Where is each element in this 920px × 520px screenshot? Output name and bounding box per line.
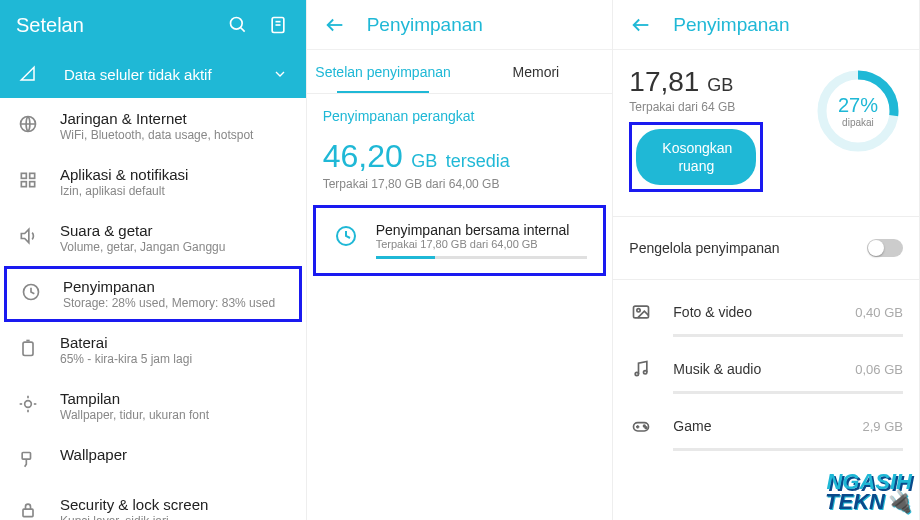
svg-marker-10 [21, 229, 28, 242]
svg-rect-6 [21, 173, 26, 178]
item-sub: Izin, aplikasi default [60, 184, 188, 198]
cat-label: Game [673, 418, 862, 434]
watermark-line2: TEKN [825, 489, 885, 514]
sidebar-item-display[interactable]: TampilanWallpaper, tidur, ukuran font [0, 378, 306, 434]
sidebar-item-battery[interactable]: Baterai65% - kira-kira 5 jam lagi [0, 322, 306, 378]
used-unit: GB [707, 75, 733, 95]
item-label: Jaringan & Internet [60, 110, 253, 127]
cat-size: 0,40 GB [855, 305, 903, 320]
paint-icon [16, 448, 40, 472]
cellular-banner[interactable]: Data seluler tidak aktif [0, 50, 306, 98]
item-label: Aplikasi & notifikasi [60, 166, 188, 183]
svg-point-14 [25, 401, 32, 408]
svg-point-30 [644, 371, 647, 374]
free-space-highlight: Kosongkanruang [629, 122, 763, 192]
signal-icon [16, 65, 40, 83]
svg-rect-12 [23, 342, 33, 355]
storage-free-number: 46,20 [323, 138, 403, 174]
free-space-button[interactable]: Kosongkanruang [636, 129, 756, 185]
back-icon[interactable] [629, 14, 653, 36]
storage-panel: Penyimpanan Setelan penyimpanan Memori P… [307, 0, 614, 520]
storage-used-sub: Terpakai 17,80 GB dari 64,00 GB [323, 177, 597, 191]
cat-bar [673, 334, 903, 337]
manager-label: Pengelola penyimpanan [629, 240, 867, 256]
category-game[interactable]: Game 2,9 GB [613, 402, 919, 442]
svg-point-28 [637, 309, 640, 312]
item-sub: Kunci layar, sidik jari [60, 514, 208, 520]
item-label: Penyimpanan [63, 278, 275, 295]
sidebar-item-network[interactable]: Jaringan & InternetWiFi, Bluetooth, data… [0, 98, 306, 154]
item-sub: Wallpaper, tidur, ukuran font [60, 408, 209, 422]
cat-size: 2,9 GB [863, 419, 903, 434]
lock-icon [16, 498, 40, 520]
search-icon[interactable] [226, 13, 250, 37]
storage-detail-panel: Penyimpanan 17,81 GB Terpakai dari 64 GB… [613, 0, 920, 520]
sidebar-item-sound[interactable]: Suara & getarVolume, getar, Jangan Gangg… [0, 210, 306, 266]
item-label: Suara & getar [60, 222, 225, 239]
game-icon [629, 414, 653, 438]
item-sub: WiFi, Bluetooth, data usage, hotspot [60, 128, 253, 142]
volume-icon [16, 224, 40, 248]
storage-header: Penyimpanan [307, 0, 613, 50]
settings-panel: Setelan Data seluler tidak aktif Jaringa… [0, 0, 307, 520]
item-label: Baterai [60, 334, 192, 351]
section-device-storage: Penyimpanan perangkat [307, 94, 613, 130]
used-number: 17,81 [629, 66, 699, 97]
apps-icon [16, 168, 40, 192]
ring-percent: 27% [838, 94, 878, 117]
internal-sub: Terpakai 17,80 GB dari 64,00 GB [376, 238, 588, 250]
back-icon[interactable] [323, 14, 347, 36]
manager-toggle[interactable] [867, 239, 903, 257]
svg-rect-20 [23, 509, 33, 517]
tab-memory[interactable]: Memori [459, 50, 612, 93]
svg-point-29 [635, 373, 638, 376]
banner-text: Data seluler tidak aktif [64, 66, 270, 83]
storage-tabs: Setelan penyimpanan Memori [307, 50, 613, 94]
battery-icon [16, 336, 40, 360]
item-sub: Storage: 28% used, Memory: 83% used [63, 296, 275, 310]
storage-available-label: tersedia [446, 151, 510, 171]
card-icon[interactable] [266, 13, 290, 37]
item-sub: 65% - kira-kira 5 jam lagi [60, 352, 192, 366]
sidebar-item-apps[interactable]: Aplikasi & notifikasiIzin, aplikasi defa… [0, 154, 306, 210]
settings-title: Setelan [16, 14, 210, 37]
svg-rect-8 [21, 182, 26, 187]
ring-label: dipakai [838, 117, 878, 128]
svg-point-35 [645, 427, 647, 429]
category-music[interactable]: Musik & audio 0,06 GB [613, 345, 919, 385]
category-photos[interactable]: Foto & video 0,40 GB [613, 288, 919, 328]
storage-unit: GB [411, 151, 437, 171]
internal-storage-row[interactable]: Penyimpanan bersama internal Terpakai 17… [313, 205, 607, 276]
brightness-icon [16, 392, 40, 416]
cat-label: Musik & audio [673, 361, 855, 377]
sidebar-item-storage[interactable]: PenyimpananStorage: 28% used, Memory: 83… [4, 266, 302, 322]
item-sub: Volume, getar, Jangan Ganggu [60, 240, 225, 254]
item-label: Wallpaper [60, 446, 127, 463]
globe-icon [16, 112, 40, 136]
tab-storage-settings[interactable]: Setelan penyimpanan [307, 50, 460, 93]
used-sub: Terpakai dari 64 GB [629, 100, 805, 114]
watermark: NGASIH TEKN🔌 [825, 472, 912, 512]
storage-manager-row[interactable]: Pengelola penyimpanan [613, 225, 919, 271]
music-icon [629, 357, 653, 381]
sidebar-item-security[interactable]: Security & lock screenKunci layar, sidik… [0, 484, 306, 520]
cat-bar [673, 391, 903, 394]
svg-rect-19 [22, 453, 30, 460]
storage-summary: 46,20 GB tersedia Terpakai 17,80 GB dari… [307, 130, 613, 195]
chevron-down-icon [270, 66, 290, 82]
page-title: Penyimpanan [367, 14, 483, 36]
item-label: Security & lock screen [60, 496, 208, 513]
page-title: Penyimpanan [673, 14, 789, 36]
clock-icon [19, 280, 43, 304]
settings-header: Setelan [0, 0, 306, 50]
sidebar-item-wallpaper[interactable]: Wallpaper [0, 434, 306, 484]
svg-point-0 [230, 18, 242, 30]
cat-size: 0,06 GB [855, 362, 903, 377]
clock-icon [332, 222, 360, 250]
internal-label: Penyimpanan bersama internal [376, 222, 588, 238]
photo-icon [629, 300, 653, 324]
usage-ring: 27% dipakai [813, 66, 903, 156]
item-label: Tampilan [60, 390, 209, 407]
cat-bar [673, 448, 903, 451]
used-amount: 17,81 GB [629, 66, 805, 98]
